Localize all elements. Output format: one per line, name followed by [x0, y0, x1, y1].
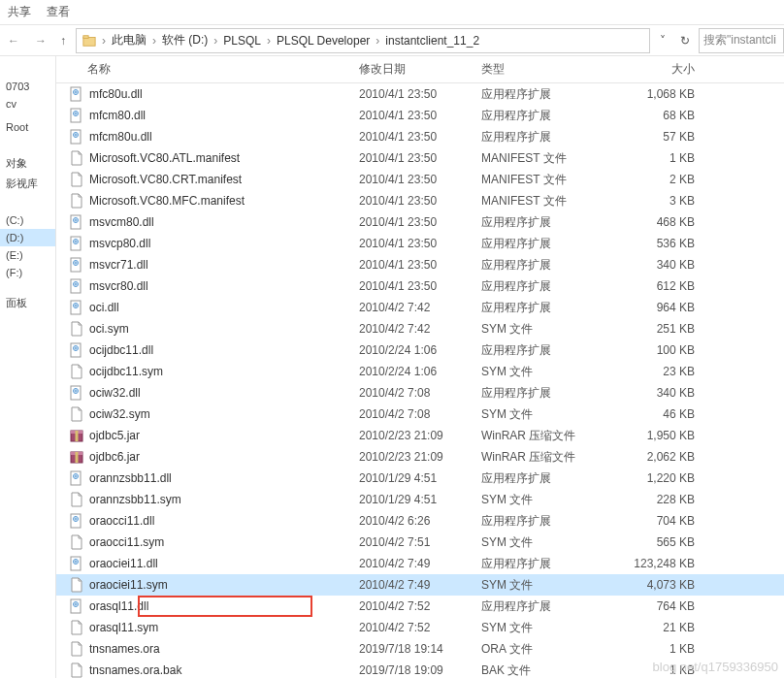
- file-row[interactable]: oraociei11.sym2010/4/2 7:49SYM 文件4,073 K…: [56, 574, 784, 596]
- sidebar-item[interactable]: 面板: [0, 293, 55, 313]
- sidebar-item[interactable]: cv: [0, 95, 55, 113]
- file-size: 123,248 KB: [607, 557, 695, 570]
- file-date: 2010/4/2 7:08: [359, 407, 481, 421]
- file-icon: [68, 619, 85, 636]
- dll-icon: [68, 384, 85, 402]
- search-input[interactable]: 搜索"instantcli: [699, 28, 784, 53]
- file-row[interactable]: ociw32.dll2010/4/2 7:08应用程序扩展340 KB: [56, 382, 784, 404]
- column-headers: 名称 修改日期 类型 大小: [56, 56, 784, 83]
- file-row[interactable]: orasql11.sym2010/4/2 7:52SYM 文件21 KB: [56, 617, 784, 638]
- crumb-2[interactable]: PLSQL: [221, 34, 263, 48]
- col-size[interactable]: 大小: [607, 61, 695, 78]
- file-size: 68 KB: [607, 109, 695, 122]
- file-row[interactable]: ocijdbc11.dll2010/2/24 1:06应用程序扩展100 KB: [56, 339, 784, 361]
- file-date: 2010/4/1 23:50: [359, 151, 481, 165]
- crumb-3[interactable]: PLSQL Developer: [275, 34, 372, 48]
- file-type: 应用程序扩展: [481, 86, 607, 103]
- file-icon: [68, 320, 85, 338]
- refresh-button[interactable]: ↻: [671, 34, 699, 48]
- crumb-1[interactable]: 软件 (D:): [160, 32, 210, 48]
- file-row[interactable]: mfcm80.dll2010/4/1 23:50应用程序扩展68 KB: [56, 105, 784, 126]
- file-row[interactable]: oraociei11.dll2010/4/2 7:49应用程序扩展123,248…: [56, 553, 784, 574]
- file-size: 228 KB: [607, 493, 695, 506]
- file-type: SYM 文件: [481, 492, 607, 508]
- file-type: 应用程序扩展: [481, 108, 607, 124]
- file-pane: 名称 修改日期 类型 大小 mfc80u.dll2010/4/1 23:50应用…: [56, 56, 784, 678]
- file-size: 565 KB: [607, 535, 695, 549]
- file-row[interactable]: oci.dll2010/4/2 7:42应用程序扩展964 KB: [56, 297, 784, 318]
- file-row[interactable]: Microsoft.VC80.ATL.manifest2010/4/1 23:5…: [56, 147, 784, 169]
- file-icon: [68, 363, 85, 380]
- chevron-right-icon: ›: [372, 34, 383, 48]
- file-row[interactable]: oraocci11.dll2010/4/2 6:26应用程序扩展704 KB: [56, 510, 784, 532]
- file-row[interactable]: ojdbc5.jar2010/2/23 21:09WinRAR 压缩文件1,95…: [56, 425, 784, 446]
- crumb-0[interactable]: 此电脑: [110, 32, 148, 48]
- back-button[interactable]: ←: [0, 27, 27, 54]
- file-row[interactable]: mfc80u.dll2010/4/1 23:50应用程序扩展1,068 KB: [56, 83, 784, 105]
- file-name: msvcr80.dll: [89, 279, 359, 293]
- col-type[interactable]: 类型: [481, 61, 607, 78]
- file-size: 764 KB: [607, 599, 695, 613]
- file-row[interactable]: Microsoft.VC80.CRT.manifest2010/4/1 23:5…: [56, 169, 784, 190]
- menu-view[interactable]: 查看: [47, 4, 70, 20]
- file-date: 2010/4/2 7:52: [359, 621, 481, 634]
- sidebar-item[interactable]: (D:): [0, 229, 55, 246]
- file-name: ocijdbc11.dll: [89, 343, 359, 357]
- file-type: MANIFEST 文件: [481, 193, 607, 210]
- file-type: ORA 文件: [481, 641, 607, 658]
- file-row[interactable]: orannzsbb11.sym2010/1/29 4:51SYM 文件228 K…: [56, 489, 784, 510]
- file-name: Microsoft.VC80.CRT.manifest: [89, 173, 359, 186]
- file-row[interactable]: orannzsbb11.dll2010/1/29 4:51应用程序扩展1,220…: [56, 468, 784, 489]
- file-row[interactable]: oraocci11.sym2010/4/2 7:51SYM 文件565 KB: [56, 532, 784, 553]
- col-name[interactable]: 名称: [87, 61, 359, 78]
- file-row[interactable]: ocijdbc11.sym2010/2/24 1:06SYM 文件23 KB: [56, 361, 784, 382]
- file-name: ociw32.dll: [89, 386, 359, 400]
- file-size: 340 KB: [607, 258, 695, 272]
- file-row[interactable]: ojdbc6.jar2010/2/23 21:09WinRAR 压缩文件2,06…: [56, 446, 784, 468]
- file-row[interactable]: oci.sym2010/4/2 7:42SYM 文件251 KB: [56, 318, 784, 339]
- crumb-4[interactable]: instantclient_11_2: [383, 34, 481, 48]
- file-row[interactable]: mfcm80u.dll2010/4/1 23:50应用程序扩展57 KB: [56, 126, 784, 147]
- file-name: oraociei11.sym: [89, 578, 359, 592]
- file-row[interactable]: ociw32.sym2010/4/2 7:08SYM 文件46 KB: [56, 404, 784, 425]
- address-bar: ← → ↑ › 此电脑 › 软件 (D:) › PLSQL › PLSQL De…: [0, 25, 784, 56]
- file-row[interactable]: Microsoft.VC80.MFC.manifest2010/4/1 23:5…: [56, 190, 784, 211]
- dll-icon: [68, 277, 85, 295]
- file-size: 1,950 KB: [607, 429, 695, 442]
- sidebar-item[interactable]: Root: [0, 118, 55, 136]
- rar-icon: [68, 427, 85, 444]
- file-type: 应用程序扩展: [481, 598, 607, 615]
- breadcrumb[interactable]: › 此电脑 › 软件 (D:) › PLSQL › PLSQL Develope…: [76, 28, 650, 53]
- sidebar-item[interactable]: (E:): [0, 246, 55, 264]
- file-date: 2010/4/1 23:50: [359, 173, 481, 186]
- file-type: 应用程序扩展: [481, 236, 607, 252]
- file-size: 340 KB: [607, 386, 695, 400]
- menu-share[interactable]: 共享: [8, 4, 31, 20]
- history-dropdown-icon[interactable]: ˅: [654, 34, 671, 48]
- file-icon: [68, 149, 85, 167]
- chevron-right-icon: ›: [148, 34, 160, 48]
- file-name: oci.sym: [89, 322, 359, 336]
- file-date: 2010/4/1 23:50: [359, 130, 481, 144]
- file-date: 2010/4/2 7:42: [359, 301, 481, 314]
- file-row[interactable]: msvcr80.dll2010/4/1 23:50应用程序扩展612 KB: [56, 275, 784, 297]
- file-date: 2010/4/1 23:50: [359, 87, 481, 101]
- file-row[interactable]: msvcm80.dll2010/4/1 23:50应用程序扩展468 KB: [56, 211, 784, 233]
- dll-icon: [68, 341, 85, 359]
- sidebar-item[interactable]: 影视库: [0, 174, 55, 194]
- up-button[interactable]: ↑: [54, 34, 72, 48]
- sidebar-item[interactable]: (F:): [0, 264, 55, 281]
- file-date: 2019/7/18 19:09: [359, 663, 481, 677]
- sidebar-item[interactable]: 0703: [0, 78, 55, 95]
- file-date: 2010/4/1 23:50: [359, 258, 481, 272]
- col-date[interactable]: 修改日期: [359, 61, 481, 78]
- file-row[interactable]: orasql11.dll2010/4/2 7:52应用程序扩展764 KB: [56, 596, 784, 617]
- file-row[interactable]: msvcr71.dll2010/4/1 23:50应用程序扩展340 KB: [56, 254, 784, 275]
- file-row[interactable]: tnsnames.ora2019/7/18 19:14ORA 文件1 KB: [56, 638, 784, 660]
- file-name: ociw32.sym: [89, 407, 359, 421]
- file-row[interactable]: msvcp80.dll2010/4/1 23:50应用程序扩展536 KB: [56, 233, 784, 254]
- sidebar-item[interactable]: 对象: [0, 153, 55, 174]
- file-size: 1,220 KB: [607, 471, 695, 485]
- sidebar-item[interactable]: (C:): [0, 211, 55, 229]
- forward-button[interactable]: →: [27, 27, 54, 54]
